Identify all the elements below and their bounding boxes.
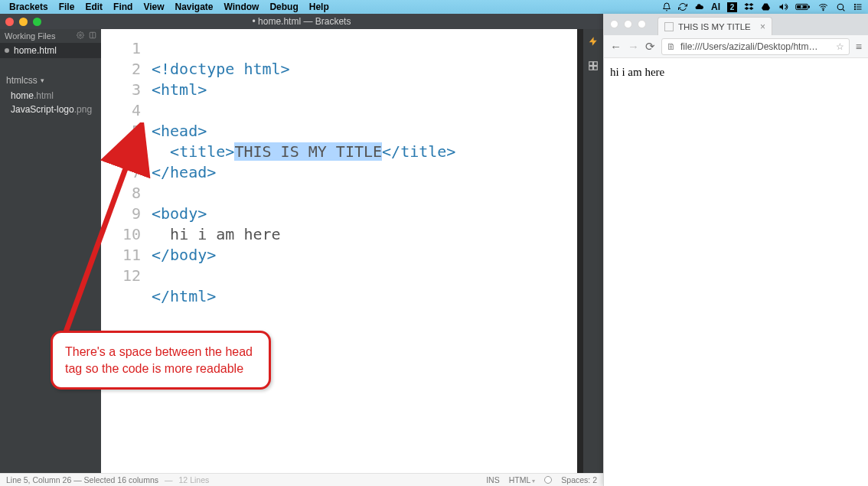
chrome-window-controls [610, 20, 646, 28]
menu-window[interactable]: Window [224, 2, 259, 12]
menu-app[interactable]: Brackets [9, 2, 48, 12]
svg-point-9 [854, 6, 856, 8]
right-rail [583, 29, 603, 473]
bell-icon[interactable] [662, 2, 671, 11]
svg-point-8 [854, 4, 856, 5]
gear-icon[interactable] [77, 31, 84, 41]
code-token: </head> [152, 163, 216, 181]
file-name: JavaScript-logo [11, 104, 74, 115]
spaces-setting[interactable]: Spaces: 2 [561, 475, 597, 484]
search-icon[interactable] [836, 2, 846, 12]
insert-mode[interactable]: INS [486, 475, 500, 484]
menu-navigate[interactable]: Navigate [175, 2, 214, 12]
two-icon[interactable]: 2 [727, 2, 737, 12]
url-text: file:///Users/azizali/Desktop/htm… [680, 41, 817, 52]
zoom-button[interactable] [638, 20, 646, 28]
lint-status-icon[interactable] [544, 476, 552, 484]
project-name: htmlcss [6, 75, 38, 86]
line-number: 12 [101, 266, 141, 286]
menu-edit[interactable]: Edit [85, 2, 103, 12]
menubar-tray: Al 2 [662, 2, 863, 12]
dropbox-icon[interactable] [744, 2, 754, 11]
chrome-menu-icon[interactable]: ≡ [856, 41, 862, 53]
annotation-callout: There's a space between the head tag so … [51, 331, 271, 390]
line-number: 7 [101, 162, 141, 183]
close-button[interactable] [610, 20, 618, 28]
forward-button[interactable]: → [628, 40, 639, 53]
line-number: 9 [101, 204, 141, 224]
file-ext: .html [34, 90, 54, 101]
tab-title: THIS IS MY TITLE [678, 22, 751, 31]
menu-find[interactable]: Find [113, 2, 132, 12]
svg-rect-16 [589, 67, 593, 70]
menu-help[interactable]: Help [309, 2, 329, 12]
line-number: 3 [101, 80, 141, 100]
line-number: 10 [101, 224, 141, 245]
battery-icon[interactable] [795, 2, 811, 11]
sync-icon[interactable] [678, 2, 687, 11]
window-title: • home.html — Brackets [253, 16, 351, 27]
svg-rect-1 [808, 6, 810, 8]
browser-viewport: hi i am here [604, 58, 868, 486]
page-text: hi i am here [610, 66, 664, 78]
menu-file[interactable]: File [59, 2, 75, 12]
zoom-button[interactable] [33, 18, 41, 26]
code-token: <html> [152, 80, 207, 99]
code-editor[interactable]: 1 2 3 4 5 6 7 8 9 10 11 12 <!doctype htm… [101, 29, 577, 473]
svg-point-11 [80, 34, 82, 37]
extension-manager-icon[interactable] [588, 60, 599, 73]
line-number: 1 [101, 38, 141, 59]
url-bar[interactable]: 🗎 file:///Users/azizali/Desktop/htm… ☆ [661, 38, 850, 55]
minimize-button[interactable] [19, 18, 28, 26]
minimize-button[interactable] [624, 20, 632, 28]
file-name: home [11, 90, 34, 101]
code-area[interactable]: <!doctype html> <html> <head> <title>THI… [152, 29, 455, 473]
wifi-icon[interactable] [817, 2, 829, 11]
language-mode[interactable]: HTML▾ [509, 475, 536, 484]
list-icon[interactable] [853, 2, 863, 11]
back-button[interactable]: ← [610, 40, 622, 53]
code-indent [152, 225, 170, 243]
project-file[interactable]: home.html [11, 89, 101, 103]
project-file[interactable]: JavaScript-logo.png [11, 103, 101, 116]
al-icon[interactable]: Al [711, 2, 720, 12]
split-icon[interactable] [89, 31, 96, 41]
bookmark-star-icon[interactable]: ☆ [836, 41, 844, 52]
working-files-header: Working Files [0, 29, 101, 43]
volume-icon[interactable] [778, 2, 788, 11]
selected-text: THIS IS MY TITLE [234, 142, 382, 161]
line-number: 8 [101, 183, 141, 204]
close-button[interactable] [5, 18, 14, 26]
cloud-icon[interactable] [694, 2, 704, 11]
cursor-status: Line 5, Column 26 — Selected 16 columns [6, 475, 158, 484]
code-token: <title> [170, 142, 234, 161]
code-token: </body> [152, 246, 216, 264]
menu-debug[interactable]: Debug [269, 2, 298, 12]
favicon-icon [664, 22, 674, 31]
code-token: </html> [152, 287, 216, 305]
line-number: 11 [101, 245, 141, 266]
reload-button[interactable]: ⟳ [645, 40, 655, 54]
live-preview-icon[interactable] [588, 35, 599, 50]
code-token: <body> [152, 204, 207, 223]
file-ext: .png [74, 104, 92, 115]
working-file-name: home.html [14, 45, 57, 56]
svg-point-3 [823, 9, 824, 11]
working-files-label: Working Files [5, 31, 55, 41]
browser-tab[interactable]: THIS IS MY TITLE × [658, 17, 772, 35]
code-text: hi i am here [170, 225, 281, 243]
tab-close-icon[interactable]: × [760, 21, 765, 32]
menu-view[interactable]: View [143, 2, 164, 12]
project-header[interactable]: htmlcss ▾ [0, 75, 101, 86]
gutter: 1 2 3 4 5 6 7 8 9 10 11 12 [101, 29, 152, 473]
line-number: 6 [101, 142, 141, 162]
chrome-toolbar: ← → ⟳ 🗎 file:///Users/azizali/Desktop/ht… [604, 35, 868, 58]
window-controls [5, 18, 41, 26]
line-number: 2 [101, 59, 141, 80]
code-token: </title> [382, 142, 455, 161]
callout-text: There's a space between the head tag so … [65, 345, 253, 375]
svg-rect-14 [589, 62, 593, 66]
gdrive-icon[interactable] [761, 2, 771, 11]
working-file[interactable]: home.html [0, 43, 101, 58]
line-count: 12 Lines [179, 475, 210, 484]
